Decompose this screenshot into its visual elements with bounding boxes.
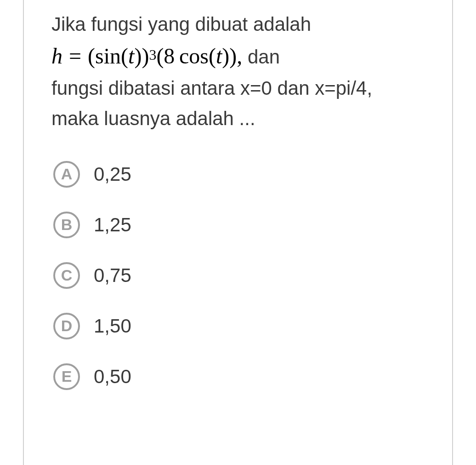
question-line-3: fungsi dibatasi antara x=0 dan x=pi/4,	[51, 73, 425, 103]
options-list: A 0,25 B 1,25 C 0,75 D 1,50 E 0,50	[51, 161, 425, 390]
option-badge: A	[53, 161, 80, 188]
option-text: 0,25	[94, 163, 131, 185]
option-text: 0,75	[94, 264, 131, 287]
after-formula-text: dan	[248, 46, 280, 68]
question-line-4: maka luasnya adalah ...	[51, 103, 425, 133]
option-b[interactable]: B 1,25	[53, 212, 425, 238]
question-line-1: Jika fungsi yang dibuat adalah	[51, 9, 425, 39]
question-text: Jika fungsi yang dibuat adalah h = (sin(…	[51, 9, 425, 133]
formula: h = (sin(t))3(8 cos(t)),	[51, 39, 242, 73]
option-c[interactable]: C 0,75	[53, 262, 425, 289]
option-badge: C	[53, 262, 80, 289]
option-e[interactable]: E 0,50	[53, 363, 425, 390]
option-badge: B	[53, 212, 80, 238]
option-a[interactable]: A 0,25	[53, 161, 425, 188]
question-formula-line: h = (sin(t))3(8 cos(t)), dan	[51, 39, 425, 73]
option-d[interactable]: D 1,50	[53, 313, 425, 339]
option-badge: D	[53, 313, 80, 339]
question-container: Jika fungsi yang dibuat adalah h = (sin(…	[23, 0, 453, 465]
option-text: 0,50	[94, 366, 131, 388]
option-text: 1,25	[94, 214, 131, 236]
option-badge: E	[53, 363, 80, 390]
option-text: 1,50	[94, 315, 131, 337]
